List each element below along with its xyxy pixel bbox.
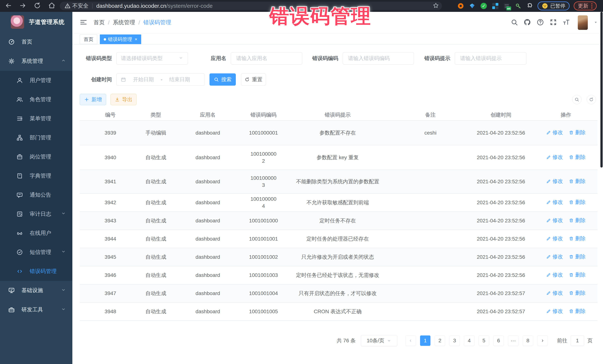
reset-button[interactable]: 重置 [241, 73, 266, 86]
sidebar-item-audit-log[interactable]: 审计日志 [0, 204, 72, 223]
cell-created: 2021-04-20 23:52:56 [468, 266, 534, 284]
edit-link[interactable]: 修改 [546, 154, 563, 161]
tab-error-codes[interactable]: 错误码管理 × [100, 34, 141, 44]
fullscreen-icon[interactable] [550, 19, 557, 27]
page-button[interactable]: 3 [449, 335, 460, 346]
url-text[interactable]: dashboard.yudao.iocoder.cn/system/error-… [96, 3, 213, 9]
search-icon [574, 97, 579, 102]
delete-link[interactable]: 删除 [569, 289, 586, 297]
edit-link[interactable]: 修改 [546, 235, 563, 242]
sidebar-item-notices[interactable]: 通知公告 [0, 185, 72, 204]
tab-home[interactable]: 首页 [80, 34, 97, 44]
caret-down-icon[interactable] [593, 20, 598, 25]
edit-link[interactable]: 修改 [546, 178, 563, 185]
page-button[interactable]: 5 [479, 335, 489, 346]
page-button[interactable]: ··· [508, 335, 518, 346]
delete-link[interactable]: 删除 [569, 235, 586, 242]
font-size-icon[interactable] [563, 19, 570, 27]
delete-link[interactable]: 删除 [569, 217, 586, 224]
add-button[interactable]: 新增 [80, 94, 106, 105]
home-icon[interactable] [48, 2, 55, 10]
cell-app: dashboard [171, 248, 245, 266]
date-range-picker[interactable]: 开始日期 - 结束日期 [116, 73, 205, 86]
trash-icon [569, 291, 574, 295]
sidebar-item-dict[interactable]: 字典管理 [0, 166, 72, 185]
filter-code: 错误码编码 [312, 52, 414, 65]
error-code-input[interactable] [343, 52, 414, 65]
github-icon[interactable] [524, 19, 531, 27]
sidebar-item-posts[interactable]: 岗位管理 [0, 147, 72, 166]
extension-key-icon[interactable] [514, 2, 522, 10]
edit-link[interactable]: 修改 [546, 271, 563, 278]
sidebar-toggle-icon[interactable] [80, 19, 87, 27]
address-bar[interactable]: 不安全 dashboard.yudao.iocoder.cn/system/er… [60, 2, 442, 10]
trash-icon [569, 272, 574, 277]
search-button[interactable]: 搜索 [209, 73, 236, 86]
search-icon[interactable] [510, 19, 518, 27]
extension-orange-icon[interactable] [457, 2, 464, 10]
export-button[interactable]: 导出 [111, 94, 137, 105]
back-icon[interactable] [5, 2, 12, 10]
breadcrumb-home[interactable]: 首页 [93, 19, 105, 26]
help-icon[interactable] [537, 19, 544, 27]
sidebar-item-system[interactable]: 系统管理 [0, 52, 72, 71]
sidebar-item-devtools[interactable]: 研发工具 [0, 300, 72, 319]
security-warning[interactable]: 不安全 [65, 2, 89, 10]
app-logo-row[interactable]: 芋道管理系统 [0, 12, 72, 32]
sidebar-item-infrastructure[interactable]: 基础设施 [0, 281, 72, 300]
page-button[interactable]: 1 [420, 335, 430, 346]
app-name-input[interactable] [231, 52, 302, 65]
page-button[interactable]: 4 [464, 335, 475, 346]
delete-link[interactable]: 删除 [569, 308, 586, 315]
sidebar-item-sms[interactable]: 短信管理 [0, 243, 72, 262]
profile-paused-badge[interactable]: 已暂停 [537, 1, 570, 10]
delete-link[interactable]: 删除 [569, 129, 586, 136]
extension-gem-icon[interactable] [468, 2, 476, 10]
delete-link[interactable]: 删除 [569, 199, 586, 206]
user-avatar[interactable] [578, 15, 588, 30]
browser-menu-icon[interactable] [591, 3, 592, 9]
sidebar-item-label: 系统管理 [22, 57, 54, 65]
show-search-button[interactable] [572, 95, 581, 104]
page-button[interactable]: 8 [523, 335, 533, 346]
error-type-select[interactable]: 请选择错误码类型 [116, 52, 188, 65]
refresh-table-button[interactable] [587, 95, 596, 104]
sidebar-item-users[interactable]: 用户管理 [0, 71, 72, 90]
extension-on-icon[interactable]: on [503, 2, 510, 10]
error-msg-input[interactable] [455, 52, 526, 65]
breadcrumb-system[interactable]: 系统管理 [113, 19, 135, 26]
goto-page-input[interactable] [571, 335, 584, 346]
delete-link[interactable]: 删除 [569, 178, 586, 185]
edit-link[interactable]: 修改 [546, 199, 563, 206]
main-area: 首页 / 系统管理 / 错误码管理 首页 [72, 12, 603, 364]
sidebar-item-menus[interactable]: 菜单管理 [0, 109, 72, 128]
edit-link[interactable]: 修改 [546, 289, 563, 297]
extension-grid-icon[interactable] [491, 2, 499, 10]
sidebar-item-error-codes[interactable]: 错误码管理 [0, 262, 72, 281]
delete-link[interactable]: 删除 [569, 253, 586, 260]
sidebar-item-roles[interactable]: 角色管理 [0, 90, 72, 109]
update-button[interactable]: 更新 [574, 1, 597, 10]
edit-link[interactable]: 修改 [546, 217, 563, 224]
edit-link[interactable]: 修改 [546, 253, 563, 260]
forward-icon[interactable] [19, 2, 26, 10]
extension-check-icon[interactable]: ✓ [480, 2, 487, 10]
prev-page-button[interactable] [406, 335, 416, 346]
page-size-select[interactable]: 10条/页 [361, 335, 397, 346]
sidebar-item-departments[interactable]: 部门管理 [0, 128, 72, 147]
edit-link[interactable]: 修改 [546, 308, 563, 315]
reload-icon[interactable] [34, 2, 41, 10]
sidebar-item-online-users[interactable]: 在线用户 [0, 223, 72, 243]
delete-link[interactable]: 删除 [569, 154, 586, 161]
sidebar-item-home[interactable]: 首页 [0, 32, 72, 52]
delete-link[interactable]: 删除 [569, 271, 586, 278]
bookmark-star-icon[interactable] [433, 2, 439, 10]
page-button[interactable]: 6 [493, 335, 504, 346]
scrollbar-thumb[interactable] [600, 12, 603, 167]
page-button[interactable]: 2 [435, 335, 445, 346]
close-icon[interactable]: × [135, 37, 137, 42]
edit-link[interactable]: 修改 [546, 129, 563, 136]
user-icon [16, 77, 23, 84]
extensions-puzzle-icon[interactable] [526, 2, 533, 10]
next-page-button[interactable] [537, 335, 548, 346]
